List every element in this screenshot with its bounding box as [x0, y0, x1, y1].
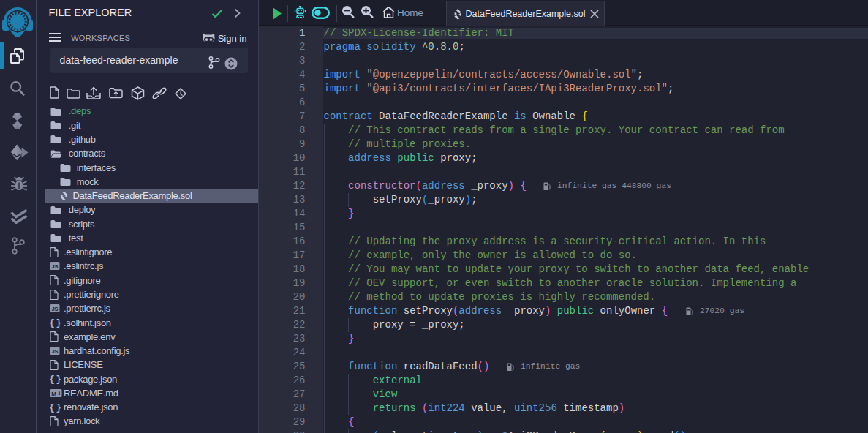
svg-text:JS: JS — [51, 263, 58, 270]
svg-text:JS: JS — [51, 306, 58, 312]
svg-text:JS: JS — [51, 347, 58, 354]
svg-text:M: M — [51, 390, 56, 396]
